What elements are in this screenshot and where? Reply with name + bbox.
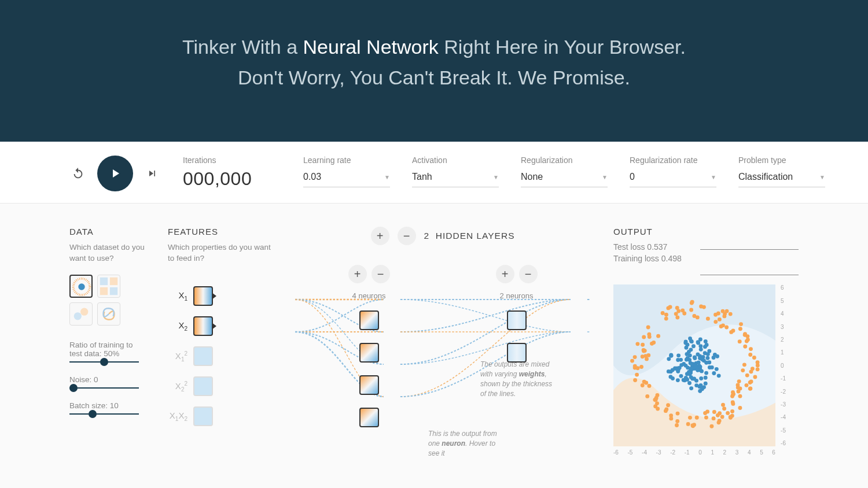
svg-point-122 [633, 378, 637, 382]
svg-point-212 [715, 367, 719, 371]
svg-point-73 [738, 340, 742, 344]
caret-down-icon: ▼ [493, 174, 499, 180]
svg-point-32 [739, 323, 743, 327]
svg-point-1 [78, 283, 84, 290]
svg-point-207 [676, 354, 681, 358]
svg-point-274 [688, 337, 692, 341]
skip-next-icon [146, 168, 158, 179]
remove-layer-button[interactable]: − [398, 227, 416, 245]
header-bold: Neural Network [303, 36, 439, 58]
dataset-spiral-icon [98, 303, 120, 325]
svg-point-28 [704, 416, 708, 420]
ratio-slider[interactable] [69, 361, 139, 363]
neuron[interactable] [507, 343, 527, 363]
svg-point-43 [737, 380, 741, 384]
feature-node-x1[interactable] [193, 286, 213, 306]
svg-rect-4 [100, 287, 108, 295]
svg-point-213 [668, 375, 672, 379]
svg-point-127 [676, 309, 681, 313]
layer-1-add-neuron[interactable]: + [348, 265, 367, 283]
dataset-xor[interactable] [97, 275, 120, 298]
svg-point-97 [748, 380, 752, 385]
svg-point-268 [697, 361, 701, 365]
problem-type-block: Problem type Classification ▼ [738, 156, 825, 187]
svg-point-68 [745, 339, 749, 343]
main-area: DATA Which dataset do you want to use? [0, 204, 868, 488]
svg-point-277 [696, 368, 700, 372]
svg-point-230 [715, 354, 719, 358]
dataset-xor-icon [98, 275, 120, 297]
header-text: Tinker With a [182, 36, 303, 58]
svg-point-91 [664, 313, 668, 317]
learning-rate-block: Learning rate 0.03 ▼ [303, 156, 390, 187]
add-layer-button[interactable]: + [371, 227, 389, 245]
feature-node-x2sq[interactable] [193, 376, 213, 396]
layer-2-count: 2 neurons [500, 291, 534, 300]
ratio-label: Ratio of training to test data: 50% [69, 341, 145, 358]
svg-point-126 [743, 333, 747, 337]
feature-x2: X2 [168, 316, 272, 336]
regularization-label: Regularization [521, 156, 608, 165]
svg-point-71 [731, 329, 735, 333]
svg-point-57 [756, 368, 760, 372]
dataset-gauss[interactable] [69, 302, 93, 326]
learning-rate-label: Learning rate [303, 156, 390, 165]
svg-point-134 [736, 386, 740, 390]
noise-slider[interactable] [69, 387, 139, 389]
feature-node-x2[interactable] [193, 316, 213, 336]
svg-point-16 [742, 363, 746, 367]
svg-point-211 [684, 346, 688, 350]
replay-icon [72, 167, 84, 180]
svg-rect-5 [110, 287, 117, 295]
svg-point-255 [706, 352, 710, 356]
svg-point-183 [676, 379, 680, 383]
activation-select[interactable]: Tanh ▼ [412, 168, 499, 187]
regularization-rate-select[interactable]: 0 ▼ [630, 168, 716, 187]
svg-point-269 [671, 368, 675, 372]
neuron[interactable] [359, 310, 379, 330]
regularization-rate-label: Regularization rate [630, 156, 716, 165]
problem-type-select[interactable]: Classification ▼ [738, 168, 825, 187]
batch-slider[interactable] [69, 413, 139, 415]
svg-point-272 [692, 377, 696, 381]
regularization-select[interactable]: None ▼ [521, 168, 608, 187]
svg-point-74 [705, 410, 709, 414]
svg-point-120 [666, 404, 670, 408]
dataset-circle[interactable] [69, 275, 93, 298]
layer-2-remove-neuron[interactable]: − [519, 265, 538, 283]
feature-x1sq: X12 [168, 346, 272, 366]
feature-label: X1 [168, 290, 187, 302]
svg-point-69 [738, 406, 742, 410]
learning-rate-select[interactable]: 0.03 ▼ [303, 168, 390, 187]
feature-node-x1sq[interactable] [193, 346, 213, 366]
output-plot[interactable]: 6543210-1-2-3-4-5-6 -6-5-4-3-2-10123456 [613, 284, 775, 446]
feature-node-x1x2[interactable] [193, 406, 213, 426]
svg-point-259 [696, 353, 700, 357]
iterations-label: Iterations [183, 156, 281, 165]
svg-rect-2 [100, 278, 108, 285]
features-subtitle: Which properties do you want to feed in? [168, 242, 272, 264]
neuron[interactable] [359, 375, 379, 395]
step-button[interactable] [144, 165, 161, 182]
svg-point-96 [722, 315, 726, 319]
dataset-spiral[interactable] [97, 302, 120, 326]
callout-neuron: This is the output from one neuron. Hove… [428, 429, 503, 458]
neuron[interactable] [359, 408, 379, 427]
svg-point-103 [721, 403, 725, 407]
iterations-block: Iterations 000,000 [183, 156, 281, 190]
reset-button[interactable] [69, 165, 87, 182]
neuron[interactable] [359, 343, 379, 363]
play-button[interactable] [97, 156, 133, 191]
svg-point-252 [684, 364, 688, 368]
layer-1-remove-neuron[interactable]: − [372, 265, 390, 283]
x-axis-ticks: -6-5-4-3-2-10123456 [613, 449, 775, 456]
neuron[interactable] [507, 310, 527, 330]
output-column: OUTPUT Test loss 0.537 Training loss 0.4… [613, 227, 799, 446]
svg-point-110 [730, 409, 734, 413]
regularization-rate-block: Regularization rate 0 ▼ [630, 156, 716, 187]
dataset-gauss-icon [70, 303, 92, 325]
svg-point-136 [709, 424, 713, 428]
svg-point-95 [692, 314, 696, 318]
activation-block: Activation Tanh ▼ [412, 156, 499, 187]
layer-2-add-neuron[interactable]: + [496, 265, 514, 283]
